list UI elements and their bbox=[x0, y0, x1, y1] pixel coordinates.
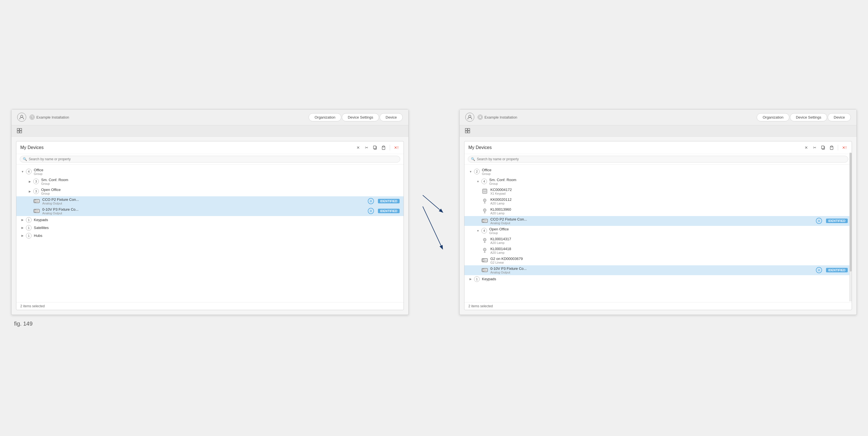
left-close-btn[interactable]: ✕ bbox=[355, 144, 362, 151]
left-cco-p2-identify-icon[interactable]: ⊕ bbox=[368, 198, 374, 204]
left-expand-office[interactable]: ▼ bbox=[20, 169, 25, 174]
left-expand-sm-conf[interactable]: ▶ bbox=[28, 179, 32, 183]
svg-rect-5 bbox=[17, 131, 19, 133]
right-tab-organization[interactable]: Organization bbox=[757, 113, 789, 122]
left-search-bar: 🔍 bbox=[17, 154, 404, 165]
left-count-open-office: 3 bbox=[33, 189, 39, 194]
left-count-office: 4 bbox=[26, 169, 32, 174]
left-user-icon[interactable] bbox=[17, 113, 26, 122]
left-copy-btn[interactable] bbox=[372, 144, 378, 151]
svg-rect-29 bbox=[822, 146, 824, 149]
right-open-office-name: Open Office bbox=[489, 227, 848, 231]
left-tab-device-settings[interactable]: Device Settings bbox=[342, 113, 379, 122]
right-tree-office[interactable]: ▼ 2 Office Group bbox=[464, 167, 851, 177]
right-tree-sm-conf[interactable]: ▼ 4 Sm. Conf. Room Group bbox=[464, 177, 851, 187]
right-g2-kd-icon bbox=[482, 257, 488, 264]
left-expand-keypads[interactable]: ▶ bbox=[20, 218, 25, 222]
right-v10-p3-identify-icon[interactable]: ⊕ bbox=[816, 267, 822, 273]
right-copy-btn[interactable] bbox=[820, 144, 827, 151]
left-expand-satellites[interactable]: ▶ bbox=[20, 226, 25, 230]
left-tree-satellites[interactable]: ▶ 1 Satellites bbox=[17, 224, 404, 232]
right-panel-title: My Devices bbox=[468, 145, 801, 150]
left-tree-open-office[interactable]: ▶ 3 Open Office Group bbox=[17, 187, 404, 196]
right-kl3960-icon bbox=[482, 208, 488, 214]
left-expand-hubs[interactable]: ▶ bbox=[20, 234, 25, 238]
left-search-icon: 🔍 bbox=[23, 157, 27, 161]
left-tree-office[interactable]: ▼ 4 Office Group bbox=[17, 167, 404, 177]
svg-point-57 bbox=[484, 249, 486, 250]
right-cco-p2-identify-icon[interactable]: ⊕ bbox=[816, 218, 822, 224]
right-tree-kl4317[interactable]: KL00014317 A20 Lamp bbox=[464, 236, 851, 245]
right-scrollbar[interactable] bbox=[849, 153, 851, 301]
svg-rect-3 bbox=[17, 128, 19, 130]
right-expand-sm-conf[interactable]: ▼ bbox=[476, 179, 480, 183]
right-office-subtype: Group bbox=[482, 172, 848, 175]
left-nav-bar: A Example Installation Organization Devi… bbox=[11, 109, 408, 125]
right-kk0112-name: KK00020112 bbox=[490, 197, 848, 202]
left-tab-organization[interactable]: Organization bbox=[309, 113, 341, 122]
left-installation-name: Example Installation bbox=[36, 115, 69, 120]
left-paste-btn[interactable] bbox=[380, 144, 387, 151]
svg-point-44 bbox=[484, 209, 486, 211]
right-tab-device[interactable]: Device bbox=[828, 113, 851, 122]
right-close-btn[interactable]: ✕ bbox=[803, 144, 810, 151]
right-toolbar-grid-icon[interactable] bbox=[464, 127, 471, 134]
right-expand-office[interactable]: ▼ bbox=[468, 169, 473, 174]
right-tree-kc0172[interactable]: KC00004172 X1 Keypad bbox=[464, 187, 851, 196]
svg-rect-10 bbox=[383, 146, 384, 147]
right-paste-btn[interactable] bbox=[828, 144, 835, 151]
left-v10-p3-name: 0-10V P3 Fixture Co... bbox=[42, 207, 368, 211]
left-tree-hubs[interactable]: ▶ 1 Hubs bbox=[17, 232, 404, 240]
right-tree-cco-p2[interactable]: CCO P2 Fixture Con... Analog Output ⊕ ID… bbox=[464, 216, 851, 226]
right-tab-device-settings[interactable]: Device Settings bbox=[790, 113, 827, 122]
right-expand-open-office[interactable]: ▼ bbox=[476, 228, 480, 233]
left-tab-device[interactable]: Device bbox=[380, 113, 403, 122]
left-v10-p3-subtype: Analog Output bbox=[42, 211, 368, 215]
right-kl4317-icon bbox=[482, 237, 488, 244]
right-nav-installation: Example Installation bbox=[478, 114, 517, 120]
left-hubs-name: Hubs bbox=[34, 234, 400, 238]
right-sm-conf-name: Sm. Conf. Room bbox=[489, 178, 848, 182]
left-v10-p3-identify-icon[interactable]: ⊕ bbox=[368, 208, 374, 214]
left-tree-keypads[interactable]: ▶ 1 Keypads bbox=[17, 216, 404, 224]
left-tree-cco-p2[interactable]: CCO P2 Fixture Con... Analog Output ⊕ ID… bbox=[17, 196, 404, 206]
right-search-input[interactable] bbox=[477, 157, 845, 161]
right-kl4418-text: KL00014418 A20 Lamp bbox=[490, 247, 848, 254]
left-tree-sm-conf[interactable]: ▶ 3 Sm. Conf. Room Group bbox=[17, 177, 404, 187]
right-tree-keypads[interactable]: ▶ 1 Keypads bbox=[464, 275, 851, 283]
left-toolbar-grid-icon[interactable] bbox=[16, 127, 23, 134]
right-scrollbar-thumb[interactable] bbox=[850, 153, 851, 271]
left-installation-icon: A bbox=[30, 114, 35, 120]
right-tree-open-office[interactable]: ▼ 4 Open Office Group bbox=[464, 226, 851, 236]
right-user-icon[interactable] bbox=[465, 113, 474, 122]
left-cut-btn[interactable]: ✂ bbox=[363, 144, 370, 151]
svg-rect-17 bbox=[34, 210, 36, 212]
left-search-wrapper[interactable]: 🔍 bbox=[20, 156, 400, 163]
right-tree-kl4418[interactable]: KL00014418 A20 Lamp bbox=[464, 245, 851, 256]
right-tree-v10-p3[interactable]: 0-10V P3 Fixture Co... Analog Output ⊕ I… bbox=[464, 265, 851, 275]
right-kl4418-icon bbox=[482, 247, 488, 254]
left-close-red-btn[interactable]: ✕! bbox=[393, 144, 400, 151]
left-expand-open-office[interactable]: ▶ bbox=[28, 189, 32, 194]
right-search-wrapper[interactable]: 🔍 bbox=[468, 156, 848, 163]
svg-rect-59 bbox=[483, 259, 484, 261]
right-tree-kk0112[interactable]: KK00020112 A20 Lamp bbox=[464, 196, 851, 206]
right-status-text: 2 items selected bbox=[468, 304, 493, 308]
right-cut-btn[interactable]: ✂ bbox=[811, 144, 818, 151]
right-tree-g2-kd[interactable]: G2 on KD00003679 G2 Linear bbox=[464, 256, 851, 265]
right-panel-toolbar-icons: ✕ ✂ bbox=[803, 144, 848, 151]
left-satellites-text: Satellites bbox=[34, 226, 400, 230]
left-sm-conf-text: Sm. Conf. Room Group bbox=[41, 178, 400, 185]
svg-point-22 bbox=[469, 115, 471, 118]
svg-point-53 bbox=[484, 239, 486, 240]
right-expand-keypads[interactable]: ▶ bbox=[468, 277, 473, 281]
left-search-input[interactable] bbox=[29, 157, 397, 161]
left-tree-v10-p3[interactable]: 0-10V P3 Fixture Co... Analog Output ⊕ I… bbox=[17, 206, 404, 216]
right-office-name: Office bbox=[482, 168, 848, 172]
right-search-icon: 🔍 bbox=[471, 157, 475, 161]
right-tree-kl3960[interactable]: KL00013960 A20 Lamp bbox=[464, 206, 851, 216]
right-close-red-btn[interactable]: ✕! bbox=[841, 144, 848, 151]
right-g2-kd-text: G2 on KD00003679 G2 Linear bbox=[490, 257, 848, 264]
svg-rect-26 bbox=[465, 131, 467, 133]
right-count-keypads: 1 bbox=[474, 276, 479, 282]
